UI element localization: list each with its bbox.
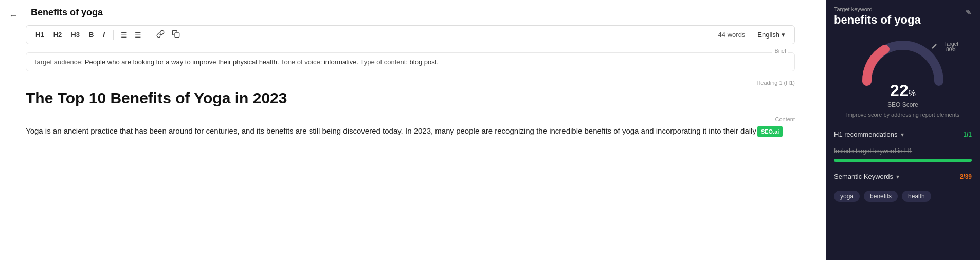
brief-target-prefix: Target audience: [33, 58, 85, 66]
bold-button[interactable]: B [86, 30, 97, 40]
brief-period: . [437, 58, 439, 66]
keyword-tag-yoga[interactable]: yoga [834, 191, 860, 202]
brief-tone-prefix: . Tone of voice: [277, 58, 324, 66]
chevron-down-icon: ▾ [782, 31, 785, 39]
panel-header: Target keyword benefits of yoga ✎ [826, 0, 980, 31]
gauge-container: Target80% 22% SEO Score Improve score by… [826, 31, 980, 124]
semantic-chevron-icon: ▾ [896, 173, 899, 180]
target-keyword-label: Target keyword [834, 6, 921, 12]
keyword-tag-health[interactable]: health [902, 191, 931, 202]
h1-chevron-icon: ▾ [901, 131, 904, 138]
link-icon[interactable] [154, 29, 167, 41]
h3-button[interactable]: H3 [68, 30, 83, 40]
svg-line-1 [932, 44, 936, 48]
h1-progress-bar [834, 159, 972, 162]
brief-target-audience[interactable]: People who are looking for a way to impr… [85, 58, 277, 66]
brief-content-type-prefix: . Type of content: [356, 58, 409, 66]
italic-button[interactable]: I [100, 30, 108, 40]
target-keyword-value: benefits of yoga [834, 13, 921, 27]
semantic-keywords-section[interactable]: Semantic Keywords ▾ 2/39 [826, 166, 980, 187]
language-label: English [757, 31, 779, 39]
h1-recommendations-section[interactable]: H1 recommendations ▾ 1/1 [826, 124, 980, 144]
semantic-badge: 2/39 [960, 173, 972, 180]
seo-badge: SEO.ai [757, 126, 783, 138]
h1-badge: 1/1 [963, 131, 972, 138]
target-label: Target80% [944, 41, 958, 52]
ordered-list-icon[interactable]: ☰ [119, 30, 130, 40]
semantic-section-title: Semantic Keywords [834, 173, 893, 180]
toolbar: H1 H2 H3 B I ☰ ☰ 44 words English ▾ [26, 25, 795, 44]
h1-recommendation-item: Include target keyword in H1 [826, 144, 980, 159]
h1-section-title: H1 recommendations [834, 131, 898, 138]
copy-icon[interactable] [170, 29, 182, 41]
toolbar-divider-2 [149, 30, 149, 40]
keyword-tag-benefits[interactable]: benefits [864, 191, 898, 202]
brief-label: Brief [772, 48, 788, 54]
score-label: SEO Score [887, 101, 918, 108]
brief-content-type[interactable]: blog post [410, 58, 437, 66]
h2-button[interactable]: H2 [50, 30, 65, 40]
article-heading[interactable]: The Top 10 Benefits of Yoga in 2023 [26, 88, 795, 108]
svg-rect-0 [175, 33, 179, 38]
semantic-section-left: Semantic Keywords ▾ [834, 173, 899, 180]
score-number: 22 [890, 81, 909, 100]
seo-gauge [857, 35, 949, 86]
doc-title: Benefits of yoga [31, 7, 795, 18]
brief-tone[interactable]: informative [324, 58, 357, 66]
language-selector[interactable]: English ▾ [754, 30, 788, 40]
toolbar-divider-1 [113, 30, 114, 40]
score-display: 22% SEO Score [887, 81, 918, 108]
word-count: 44 words [718, 31, 746, 39]
h1-button[interactable]: H1 [32, 30, 47, 40]
article-body[interactable]: Yoga is an ancient practice that has bee… [26, 124, 795, 138]
content-label: Content [26, 116, 795, 122]
article-body-text: Yoga is an ancient practice that has bee… [26, 126, 756, 135]
editor-area: Benefits of yoga H1 H2 H3 B I ☰ ☰ 44 wor… [0, 0, 826, 260]
unordered-list-icon[interactable]: ☰ [133, 30, 143, 40]
heading-label: Heading 1 (H1) [26, 80, 795, 86]
right-panel: Target keyword benefits of yoga ✎ Target… [826, 0, 980, 260]
improve-text: Improve score by addressing report eleme… [846, 112, 960, 118]
keyword-tags: yoga benefits health [826, 187, 980, 206]
h1-section-left: H1 recommendations ▾ [834, 131, 904, 138]
brief-section: Brief Target audience: People who are lo… [26, 52, 795, 71]
edit-icon[interactable]: ✎ [966, 8, 972, 16]
score-percent: % [909, 89, 916, 98]
